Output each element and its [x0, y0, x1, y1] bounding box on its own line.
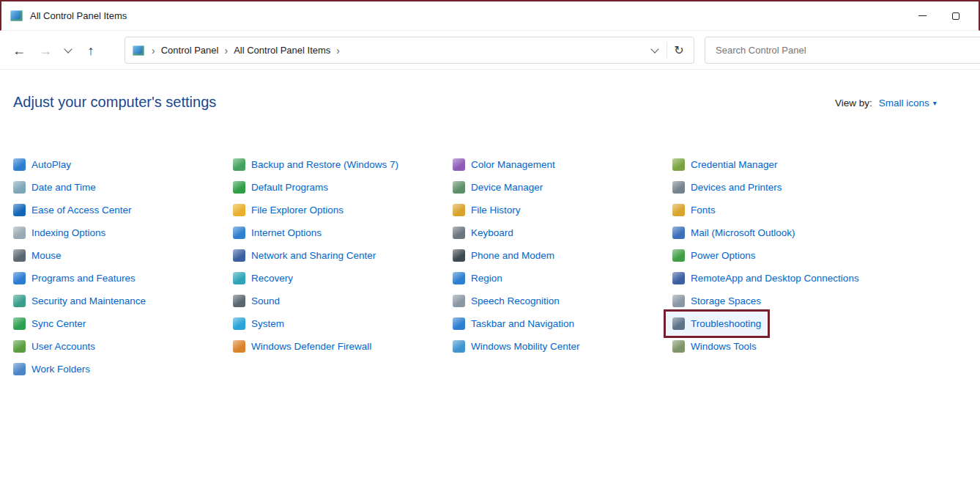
control-panel-item[interactable]: Taskbar and Navigation: [447, 312, 580, 335]
devices-printers-icon: [672, 181, 685, 194]
item-label: Sync Center: [31, 318, 86, 329]
control-panel-item[interactable]: Devices and Printers: [667, 176, 788, 199]
work-folders-icon: [13, 363, 26, 375]
main-content: Adjust your computer's settings View by:…: [0, 70, 980, 477]
caret-down-icon: ▾: [933, 99, 937, 107]
view-by-dropdown[interactable]: Small icons ▾: [879, 98, 937, 109]
item-label: Taskbar and Navigation: [471, 318, 574, 329]
control-panel-item[interactable]: Network and Sharing Center: [227, 244, 382, 267]
item-label: Default Programs: [251, 182, 328, 193]
titlebar[interactable]: All Control Panel Items: [0, 0, 980, 31]
control-panel-item[interactable]: Sound: [227, 290, 286, 312]
control-panel-item[interactable]: User Accounts: [7, 335, 101, 358]
control-panel-item[interactable]: File History: [447, 199, 527, 221]
breadcrumb-chevron-icon[interactable]: ›: [218, 45, 234, 56]
item-label: Region: [471, 273, 502, 284]
breadcrumb-all-control-panel-items[interactable]: All Control Panel Items: [234, 45, 330, 56]
control-panel-item[interactable]: Speech Recognition: [447, 290, 565, 312]
control-panel-item[interactable]: Keyboard: [447, 221, 519, 244]
back-button[interactable]: ←: [6, 37, 32, 64]
file-explorer-options-icon: [233, 204, 245, 216]
address-bar[interactable]: › Control Panel › All Control Panel Item…: [125, 37, 694, 64]
control-panel-item[interactable]: System: [227, 312, 290, 335]
backup-restore-icon: [233, 158, 245, 171]
forward-icon: →: [39, 43, 52, 59]
control-panel-item[interactable]: Device Manager: [447, 176, 549, 199]
credential-manager-icon: [672, 158, 685, 171]
windows-tools-icon: [672, 340, 685, 353]
control-panel-item[interactable]: Date and Time: [7, 176, 102, 199]
control-panel-item[interactable]: Internet Options: [227, 221, 327, 244]
control-panel-item[interactable]: Ease of Access Center: [7, 199, 138, 221]
page-title: Adjust your computer's settings: [13, 94, 216, 111]
item-label: Security and Maintenance: [31, 295, 146, 306]
control-panel-item[interactable]: Power Options: [667, 244, 762, 267]
control-panel-item[interactable]: RemoteApp and Desktop Connections: [667, 267, 865, 290]
programs-features-icon: [13, 272, 26, 284]
control-panel-item[interactable]: Fonts: [667, 199, 721, 221]
control-panel-item[interactable]: Phone and Modem: [447, 244, 560, 267]
item-label: AutoPlay: [31, 159, 71, 170]
item-label: Storage Spaces: [691, 295, 761, 306]
control-panel-item[interactable]: Work Folders: [7, 358, 96, 380]
control-panel-item[interactable]: Region: [447, 267, 508, 290]
item-label: Troubleshooting: [691, 318, 761, 329]
items-column: Credential ManagerDevices and PrintersFo…: [672, 153, 892, 380]
storage-spaces-icon: [672, 295, 685, 307]
control-panel-item[interactable]: Troubleshooting: [667, 312, 767, 335]
item-label: File History: [471, 205, 521, 216]
control-panel-item[interactable]: Windows Mobility Center: [447, 335, 586, 358]
control-panel-item[interactable]: Programs and Features: [7, 267, 141, 290]
control-panel-item[interactable]: Indexing Options: [7, 221, 111, 244]
keyboard-icon: [453, 227, 465, 239]
maximize-icon: [952, 12, 959, 20]
control-panel-item[interactable]: Security and Maintenance: [7, 290, 152, 312]
item-label: Device Manager: [471, 182, 543, 193]
item-label: Speech Recognition: [471, 295, 560, 306]
items-column: Backup and Restore (Windows 7)Default Pr…: [233, 153, 453, 380]
control-panel-item[interactable]: Mail (Microsoft Outlook): [667, 221, 801, 244]
address-bar-right: ↻: [643, 37, 691, 63]
control-panel-item[interactable]: File Explorer Options: [227, 199, 349, 221]
breadcrumb-control-panel[interactable]: Control Panel: [161, 45, 219, 56]
maximize-button[interactable]: [939, 1, 973, 30]
item-label: Devices and Printers: [691, 182, 782, 193]
up-button[interactable]: ↑: [78, 37, 104, 64]
item-label: Phone and Modem: [471, 250, 554, 261]
default-programs-icon: [233, 181, 245, 194]
control-panel-item[interactable]: Mouse: [7, 244, 67, 267]
file-history-icon: [453, 204, 465, 216]
fonts-icon: [672, 204, 685, 216]
sync-center-icon: [13, 317, 26, 330]
control-panel-item[interactable]: Windows Tools: [667, 335, 762, 358]
autoplay-icon: [13, 158, 26, 171]
control-panel-app-icon: [10, 10, 23, 21]
sound-icon: [233, 295, 245, 307]
control-panel-item[interactable]: Color Management: [447, 153, 561, 176]
address-dropdown-button[interactable]: [643, 37, 667, 63]
mouse-icon: [13, 249, 26, 262]
item-label: System: [251, 318, 284, 329]
breadcrumb-chevron-icon[interactable]: ›: [330, 45, 346, 56]
forward-button[interactable]: →: [32, 37, 59, 64]
control-panel-item[interactable]: AutoPlay: [7, 153, 77, 176]
control-panel-item[interactable]: Windows Defender Firewall: [227, 335, 377, 358]
up-icon: ↑: [88, 43, 94, 59]
indexing-options-icon: [13, 227, 26, 239]
control-panel-item[interactable]: Recovery: [227, 267, 299, 290]
control-panel-item[interactable]: Sync Center: [7, 312, 92, 335]
refresh-icon: ↻: [674, 43, 683, 57]
system-icon: [233, 317, 245, 330]
remoteapp-icon: [672, 272, 685, 284]
refresh-button[interactable]: ↻: [667, 37, 691, 63]
item-label: Programs and Features: [31, 273, 136, 284]
item-label: Fonts: [691, 205, 716, 216]
control-panel-item[interactable]: Storage Spaces: [667, 290, 767, 312]
control-panel-item[interactable]: Backup and Restore (Windows 7): [227, 153, 404, 176]
search-input[interactable]: [705, 37, 980, 63]
control-panel-item[interactable]: Default Programs: [227, 176, 334, 199]
breadcrumb-chevron-icon[interactable]: ›: [146, 45, 161, 56]
control-panel-item[interactable]: Credential Manager: [667, 153, 784, 176]
minimize-button[interactable]: [905, 1, 939, 30]
recent-locations-button[interactable]: [59, 37, 78, 64]
